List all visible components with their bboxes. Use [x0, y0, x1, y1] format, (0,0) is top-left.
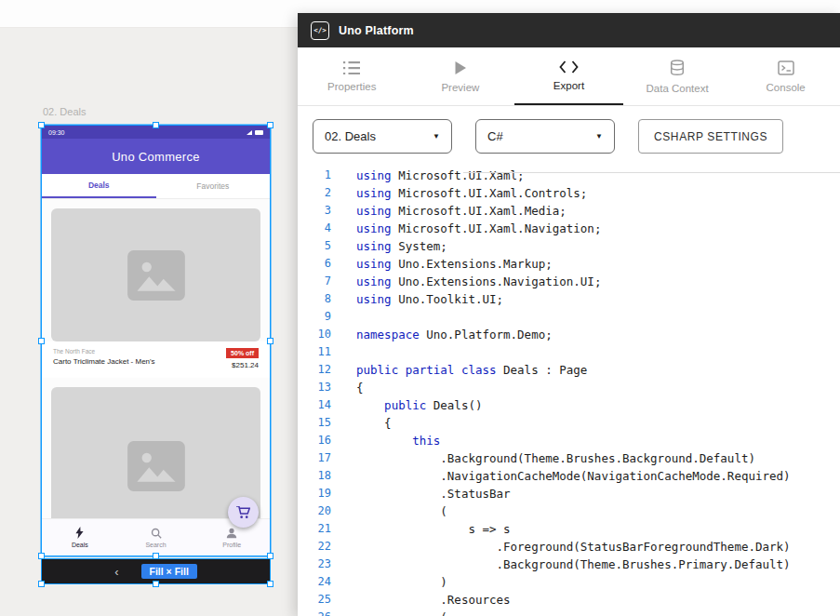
line-number: 4	[298, 220, 331, 237]
nav-item-deals[interactable]: Deals	[42, 519, 118, 556]
code-line: 24 )	[298, 573, 840, 591]
language-select[interactable]: C# ▼	[475, 119, 615, 154]
code-line: 20 (	[298, 502, 840, 520]
divider	[463, 172, 840, 173]
code-text: public Deals()	[331, 396, 482, 414]
code-logo-icon: </>	[311, 21, 329, 40]
code-text: (	[331, 609, 447, 616]
line-number: 2	[298, 184, 331, 202]
search-icon	[151, 528, 162, 539]
line-number: 8	[298, 290, 331, 308]
nav-item-profile[interactable]: Profile	[193, 519, 270, 556]
phone-content: The North Face Carto Triclimate Jacket -…	[42, 199, 270, 518]
selection-handle[interactable]	[267, 338, 273, 344]
line-number: 24	[298, 573, 331, 591]
line-number: 5	[298, 237, 331, 255]
line-number: 17	[298, 449, 331, 467]
panel-title: Uno Platform	[339, 24, 414, 37]
tab-deals[interactable]: Deals	[42, 174, 156, 198]
code-text: using Uno.Toolkit.UI;	[331, 290, 503, 308]
tab-preview[interactable]: Preview	[407, 47, 515, 105]
status-icons	[247, 130, 263, 135]
tab-export[interactable]: Export	[514, 47, 623, 105]
code-line: 25 .Resources	[298, 591, 840, 609]
nav-item-search[interactable]: Search	[118, 519, 194, 556]
product-image-placeholder	[51, 208, 260, 341]
selection-handle[interactable]	[267, 553, 273, 559]
line-number: 6	[298, 255, 331, 273]
code-text	[331, 308, 356, 326]
panel-header: </> Uno Platform	[298, 13, 840, 47]
tab-label: Console	[767, 82, 806, 93]
selection-handle[interactable]	[153, 581, 159, 587]
line-number: 7	[298, 273, 331, 290]
selection-handle[interactable]	[38, 553, 45, 559]
play-icon	[454, 60, 467, 75]
code-line: 6using Uno.Extensions.Markup;	[298, 255, 840, 273]
nav-label: Deals	[72, 542, 88, 548]
code-line: 9	[298, 308, 840, 326]
tab-properties[interactable]: Properties	[298, 47, 407, 105]
line-number: 19	[298, 485, 331, 502]
phone-tab-bar: Deals Favorites	[42, 174, 270, 199]
page-select[interactable]: 02. Deals ▼	[313, 119, 452, 154]
selection-handle[interactable]	[267, 122, 273, 128]
tab-console[interactable]: Console	[731, 47, 840, 105]
code-text: {	[331, 414, 392, 432]
product-brand: The North Face	[53, 348, 155, 355]
product-image-placeholder	[51, 387, 260, 518]
selection-handle[interactable]	[153, 553, 159, 559]
selection-handle[interactable]	[267, 581, 273, 587]
page-select-value: 02. Deals	[325, 129, 376, 143]
line-number: 1	[298, 167, 331, 184]
artboard-label[interactable]: 02. Deals	[43, 106, 86, 117]
code-line: 11	[298, 343, 840, 361]
signal-icon	[247, 130, 252, 135]
terminal-icon	[778, 60, 794, 75]
code-line: 16 this	[298, 432, 840, 449]
selection-handle[interactable]	[38, 581, 45, 587]
code-text: s => s	[331, 520, 511, 538]
tab-label: Data Context	[647, 83, 709, 94]
code-line: 7using Uno.Extensions.Navigation.UI;	[298, 273, 840, 290]
code-line: 22 .Foreground(StatusBarForegroundTheme.…	[298, 538, 840, 556]
code-line: 13{	[298, 379, 840, 396]
uno-platform-panel: </> Uno Platform Properties Preview Expo…	[298, 13, 840, 616]
code-text	[331, 343, 356, 361]
nav-label: Search	[145, 542, 166, 548]
tab-data-context[interactable]: Data Context	[623, 47, 732, 105]
selection-handle[interactable]	[38, 338, 45, 344]
image-placeholder-icon	[127, 250, 185, 301]
code-line: 1using Microsoft.UI.Xaml;	[298, 167, 840, 184]
csharp-settings-button[interactable]: CSHARP SETTINGS	[638, 119, 783, 154]
list-icon	[343, 61, 360, 74]
code-editor[interactable]: 1using Microsoft.UI.Xaml;2using Microsof…	[298, 167, 840, 616]
nav-label: Profile	[222, 542, 241, 548]
product-pricing: 50% off $251.24	[226, 348, 259, 369]
line-number: 10	[298, 326, 331, 343]
code-line: 19 .StatusBar	[298, 485, 840, 502]
line-number: 9	[298, 308, 331, 326]
code-line: 23 .Background(Theme.Brushes.Primary.Def…	[298, 556, 840, 573]
product-info-row: The North Face Carto Triclimate Jacket -…	[42, 341, 270, 378]
product-price: $251.24	[232, 361, 259, 369]
cart-fab-button[interactable]	[228, 497, 259, 528]
code-line: 5using System;	[298, 237, 840, 255]
code-text: {	[331, 379, 364, 396]
selection-handle[interactable]	[38, 122, 45, 128]
code-text: this	[331, 432, 440, 449]
line-number: 15	[298, 414, 331, 432]
phone-frame[interactable]: 09:30 Uno Commerce Deals Favorites The N…	[42, 126, 270, 556]
tab-favorites[interactable]: Favorites	[156, 174, 271, 198]
collapse-chevron-icon[interactable]: ‹	[114, 566, 118, 578]
chevron-down-icon: ▼	[595, 132, 603, 141]
fill-constraint-pill[interactable]: Fill × Fill	[141, 564, 197, 579]
phone-app-bar: Uno Commerce	[42, 139, 270, 174]
code-line: 17 .Background(Theme.Brushes.Background.…	[298, 449, 840, 467]
line-number: 21	[298, 520, 331, 538]
selection-handle[interactable]	[153, 122, 159, 128]
code-line: 8using Uno.Toolkit.UI;	[298, 290, 840, 308]
database-icon	[670, 60, 685, 76]
line-number: 3	[298, 202, 331, 220]
cart-icon	[236, 506, 250, 519]
